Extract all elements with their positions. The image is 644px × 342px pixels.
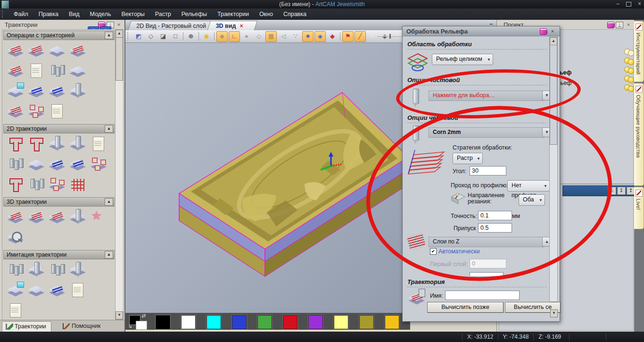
toolpath-op-icon-2-3[interactable] xyxy=(67,208,88,228)
toolpath-op-icon-2-1[interactable] xyxy=(26,208,47,228)
toolpath-op-icon-3-5[interactable] xyxy=(26,281,47,301)
toolpath-op-icon-1-8[interactable] xyxy=(67,155,88,175)
scroll-down-button[interactable]: ▼ xyxy=(116,311,123,319)
fg-bg-color-widget[interactable]: ⇄ ↳ xyxy=(128,314,152,329)
toolpath-op-icon-0-0[interactable] xyxy=(5,41,26,61)
shading-slider[interactable] xyxy=(377,36,405,37)
toolpath-op-icon-1-9[interactable] xyxy=(88,155,109,175)
scroll-up-button[interactable]: ▲ xyxy=(116,30,123,38)
palette-swatch-3[interactable] xyxy=(232,315,247,329)
tolerance-input[interactable] xyxy=(478,211,512,220)
toolpath-op-icon-0-13[interactable] xyxy=(26,102,47,122)
menu-Рельефы[interactable]: Рельефы xyxy=(176,9,212,19)
toolpath-op-icon-1-10[interactable] xyxy=(5,175,26,195)
z-slices-bar[interactable]: Слои по Z xyxy=(429,237,545,247)
toolpath-op-icon-0-7[interactable] xyxy=(67,61,88,82)
toolpath-op-icon-1-2[interactable] xyxy=(47,134,67,155)
allowance-input[interactable] xyxy=(478,223,512,233)
toolpath-op-icon-1-7[interactable] xyxy=(47,155,67,175)
menu-Справка[interactable]: Справка xyxy=(278,9,312,19)
link-colors-icon[interactable]: ↳ xyxy=(128,324,132,330)
relief-front-icon[interactable]: ◈ xyxy=(314,31,326,42)
toolpath-op-icon-1-6[interactable] xyxy=(26,155,47,175)
toolpath-op-icon-3-2[interactable] xyxy=(47,260,67,281)
section-header-0[interactable]: Операции с траекторией▲ xyxy=(3,31,115,40)
dialog-close-icon[interactable]: × xyxy=(549,28,556,34)
angle-input[interactable] xyxy=(470,166,506,175)
relief-back-icon[interactable]: ◆ xyxy=(327,31,338,42)
draft-plane-icon[interactable]: ◆ xyxy=(216,31,228,42)
section-header-2[interactable]: 3D траектории▲ xyxy=(3,197,115,207)
origin-icon[interactable]: ∟ xyxy=(229,31,240,42)
swap-colors-icon[interactable]: ⇄ xyxy=(141,313,146,319)
toolpath-name-input[interactable] xyxy=(445,291,520,300)
toolpath-op-icon-1-1[interactable] xyxy=(26,134,47,155)
draw-toolpath-icon[interactable]: ⚑ xyxy=(342,31,354,42)
toolpath-op-icon-1-12[interactable] xyxy=(47,175,67,195)
toolpath-op-icon-1-13[interactable] xyxy=(67,175,88,195)
toolpath-op-icon-0-3[interactable] xyxy=(67,41,88,61)
toolpath-op-icon-0-12[interactable] xyxy=(5,102,26,122)
sphere-icon[interactable]: ● xyxy=(241,31,252,42)
pin-icon[interactable]: ⊥ xyxy=(616,22,623,28)
section-header-1[interactable]: 2D траектории▲ xyxy=(3,124,115,133)
toolbar-grip[interactable] xyxy=(127,32,131,41)
toolpath-op-icon-3-0[interactable] xyxy=(5,260,26,281)
section-collapse-icon[interactable]: ▲ xyxy=(105,32,113,39)
toolpath-op-icon-0-5[interactable] xyxy=(26,61,47,82)
circle-mask-icon[interactable]: ○ xyxy=(367,31,378,42)
finish-tool-bar[interactable]: Нажмите для выбора… xyxy=(429,91,545,101)
toolpath-op-icon-2-2[interactable] xyxy=(47,208,67,228)
toolpath-op-icon-1-0[interactable] xyxy=(5,134,26,155)
tab-close-icon[interactable]: × xyxy=(239,23,243,29)
toolpath-op-icon-3-1[interactable] xyxy=(26,260,47,281)
shaded-view-icon[interactable]: ◩ xyxy=(133,31,144,42)
toolpath-op-icon-0-2[interactable] xyxy=(47,41,67,61)
star-vectors-icon[interactable]: ★ xyxy=(302,31,314,42)
palette-swatch-9[interactable] xyxy=(385,315,399,329)
toolpath-op-icon-0-10[interactable] xyxy=(47,82,67,102)
close-panel-icon[interactable]: × xyxy=(625,22,632,27)
minimize-button[interactable]: – xyxy=(616,1,619,7)
menu-Растр[interactable]: Растр xyxy=(150,9,176,19)
palette-swatch-5[interactable] xyxy=(283,315,297,329)
home-icon[interactable]: ⌂ xyxy=(608,187,616,195)
toolpath-op-icon-2-4[interactable]: ★ xyxy=(88,208,109,228)
toolpath-op-icon-3-7[interactable] xyxy=(67,281,88,301)
help-book-icon[interactable] xyxy=(540,28,547,35)
toolpath-op-icon-1-3[interactable] xyxy=(67,134,88,155)
brush-icon[interactable]: ╱ xyxy=(355,31,366,42)
section-collapse-icon[interactable]: ▲ xyxy=(105,198,113,206)
vertical-tab-Live![interactable]: Live! xyxy=(634,187,644,229)
dialog-titlebar[interactable]: Обработка Рельефа × xyxy=(403,26,560,36)
panel-scrollbar[interactable]: ▲ ▼ xyxy=(115,29,124,320)
toolpath-op-icon-0-9[interactable] xyxy=(26,82,47,102)
toolpath-op-icon-1-4[interactable] xyxy=(88,134,109,155)
toolpath-op-icon-0-8[interactable] xyxy=(5,82,26,102)
profile-dropdown[interactable]: Нет профиля xyxy=(507,180,550,192)
toolpath-op-icon-1-5[interactable] xyxy=(5,155,26,175)
light-icon[interactable]: ◉ xyxy=(201,31,212,42)
toolpath-op-icon-3-4[interactable] xyxy=(5,281,26,301)
textured-relief-icon[interactable]: ▦ xyxy=(265,31,277,42)
menu-Правка[interactable]: Правка xyxy=(33,9,64,19)
dialog-scroll-up[interactable]: ▲ xyxy=(550,37,557,45)
secondary-color-swatch[interactable] xyxy=(136,321,147,330)
section-header-3[interactable]: Имитация траектории▲ xyxy=(3,250,115,259)
menu-Векторы[interactable]: Векторы xyxy=(116,9,149,19)
section-collapse-icon[interactable]: ▲ xyxy=(105,251,113,259)
close-button[interactable]: × xyxy=(638,1,641,7)
help-book-icon[interactable] xyxy=(607,22,615,28)
palette-swatch-1[interactable] xyxy=(181,315,196,329)
toolpath-op-icon-2-5[interactable] xyxy=(5,228,26,248)
back-relief-icon[interactable]: ◁ xyxy=(278,31,289,42)
toolpath-op-icon-3-3[interactable] xyxy=(67,260,88,281)
menubar-grip[interactable] xyxy=(2,10,6,18)
menu-Вид[interactable]: Вид xyxy=(64,9,85,19)
menu-Окно[interactable]: Окно xyxy=(254,9,278,19)
palette-swatch-4[interactable] xyxy=(257,315,272,329)
plane-icon[interactable]: ◇ xyxy=(253,31,264,42)
toolpath-op-icon-3-8[interactable] xyxy=(5,301,26,321)
dialog-scrollbar[interactable]: ▲ xyxy=(549,37,558,302)
slider-knob[interactable] xyxy=(389,34,391,39)
